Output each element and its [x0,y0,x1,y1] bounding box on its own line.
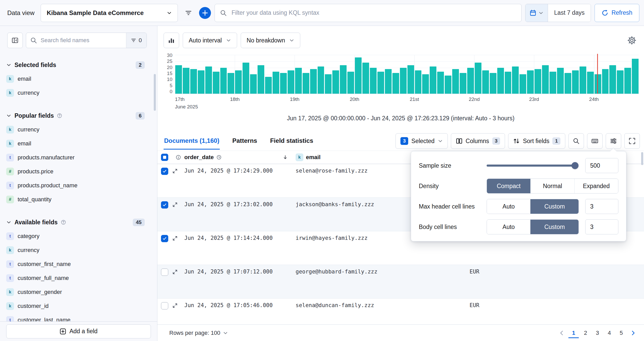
data-view-picker[interactable]: Kibana Sample Data eCommerce [41,4,178,22]
histogram-bar[interactable] [265,77,272,94]
histogram-bar[interactable] [318,66,324,94]
histogram-bar[interactable] [467,68,474,94]
histogram-bar[interactable] [370,68,377,94]
chart-settings-button[interactable] [625,33,639,47]
order-date-column-header[interactable]: order_date [184,154,214,161]
row-checkbox[interactable] [161,168,168,175]
order-date-cell[interactable]: Jun 24, 2025 @ 17:23:02.000 [184,201,296,207]
histogram-bar[interactable] [452,69,459,94]
histogram-bar[interactable] [235,70,242,94]
tab-documents[interactable]: Documents (1,160) [164,132,220,150]
histogram-bar[interactable] [535,69,541,94]
field-item[interactable]: kemail [6,137,145,151]
histogram-bar[interactable] [512,66,519,94]
section-toggle-button[interactable] [6,113,11,118]
field-item[interactable]: kcurrency [6,123,145,137]
page-button[interactable]: 1 [568,328,579,338]
display-options-button[interactable] [606,133,621,149]
histogram-bar[interactable] [355,57,362,94]
field-item[interactable]: tproducts.product_name [6,179,145,192]
histogram-bar[interactable] [400,68,407,94]
field-item[interactable]: tcategory [6,229,145,243]
histogram-bar[interactable] [557,68,564,94]
field-item[interactable]: tproducts.manufacturer [6,151,145,165]
sort-fields-button[interactable]: Sort fields 1 [508,133,565,149]
histogram-bar[interactable] [190,69,197,94]
histogram-bar[interactable] [332,70,339,94]
field-item[interactable]: tcustomer_first_name [6,257,145,271]
histogram-bar[interactable] [198,70,204,94]
page-button[interactable]: 3 [592,328,603,338]
density-normal-button[interactable]: Normal [530,179,574,193]
histogram-bar[interactable] [422,74,429,94]
body-lines-auto-button[interactable]: Auto [487,220,530,234]
keyboard-shortcuts-button[interactable] [587,133,603,149]
slider-track[interactable] [487,165,577,167]
field-item[interactable]: #total_quantity [6,192,145,206]
histogram-bar[interactable] [519,74,526,94]
next-page-button[interactable] [628,328,638,338]
histogram-bar[interactable] [392,73,399,94]
field-item[interactable]: kcustomer_gender [6,285,145,299]
collapse-sidebar-button[interactable] [7,33,23,48]
histogram-bar[interactable] [205,66,212,94]
histogram-bar[interactable] [250,74,257,94]
field-item[interactable]: #products.price [6,165,145,179]
histogram-bar[interactable] [288,70,294,94]
histogram-bar[interactable] [220,68,227,94]
histogram-bar[interactable] [550,72,556,94]
sidebar-scrollbar[interactable] [154,74,156,111]
page-button[interactable]: 5 [616,328,626,338]
order-date-cell[interactable]: Jun 24, 2025 @ 17:24:29.000 [184,168,296,174]
select-all-checkbox[interactable] [161,154,168,161]
histogram-bar[interactable] [325,74,332,94]
histogram-bar[interactable] [228,73,234,94]
order-date-cell[interactable]: Jun 24, 2025 @ 17:07:12.000 [184,269,296,275]
sample-size-input[interactable]: 500 [585,158,618,173]
add-field-button[interactable]: Add a field [6,324,151,338]
field-item[interactable]: tcustomer_last_name [6,313,145,321]
row-checkbox[interactable] [161,201,168,209]
row-checkbox[interactable] [161,269,168,276]
histogram-bar[interactable] [258,65,264,94]
header-lines-auto-button[interactable]: Auto [487,199,530,214]
body-lines-custom-button[interactable]: Custom [530,220,579,234]
histogram-bar[interactable] [415,70,422,94]
field-item[interactable]: kcustomer_id [6,299,145,313]
histogram-bar[interactable] [310,69,317,94]
tab-field-statistics[interactable]: Field statistics [269,132,314,150]
histogram-bar[interactable] [407,65,414,94]
sort-descending-icon[interactable] [283,155,288,160]
selected-documents-button[interactable]: 3 Selected [396,133,448,149]
field-item[interactable]: tcustomer_full_name [6,271,145,285]
histogram-bar[interactable] [482,70,489,94]
main-scrollbar[interactable] [641,152,643,165]
histogram-bar[interactable] [213,72,219,94]
histogram-bar[interactable] [460,73,466,94]
histogram-bar[interactable] [303,73,309,94]
histogram-bar[interactable] [295,68,302,94]
header-lines-input[interactable]: 3 [585,199,618,214]
email-cell[interactable]: selena@duncan-family.zzz [296,302,470,308]
tab-patterns[interactable]: Patterns [232,132,258,150]
histogram-bar[interactable] [437,72,444,94]
filter-menu-button[interactable] [181,6,195,20]
columns-button[interactable]: Columns 3 [451,133,505,149]
row-checkbox[interactable] [161,235,168,242]
histogram-bar[interactable] [602,69,609,94]
field-search-input[interactable] [40,37,126,44]
breakdown-select[interactable]: No breakdown [241,33,300,48]
currency-cell[interactable]: EUR [470,269,644,275]
slider-thumb[interactable] [572,162,579,169]
refresh-button[interactable]: Refresh [595,4,639,22]
order-date-cell[interactable]: Jun 24, 2025 @ 17:14:24.000 [184,235,296,241]
section-toggle-button[interactable] [6,62,11,68]
row-checkbox[interactable] [161,302,168,309]
histogram-bar[interactable] [587,72,594,94]
expand-document-icon[interactable] [172,202,178,207]
add-filter-button[interactable] [199,7,211,19]
previous-page-button[interactable] [557,328,567,338]
grid-search-button[interactable] [568,133,584,149]
histogram-bar[interactable] [565,73,571,94]
histogram-bar[interactable] [475,63,481,94]
